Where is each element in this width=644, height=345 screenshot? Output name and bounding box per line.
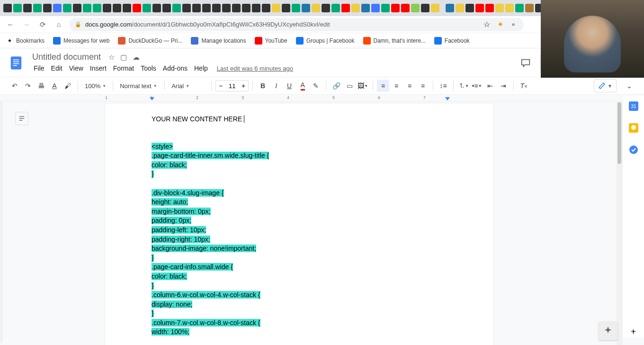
browser-tab[interactable] [505,2,514,14]
extension-icon[interactable]: ✦ [495,20,505,29]
decrease-indent-button[interactable]: ⇤ [484,80,496,92]
bookmark-item[interactable]: Groups | Facebook [296,37,355,45]
spellcheck-button[interactable]: A [48,80,61,92]
browser-tab[interactable] [391,2,400,14]
browser-tab[interactable] [381,2,390,14]
document-text[interactable]: .page-card-title-inner.sm.wide.slug-titl… [152,151,447,161]
bold-button[interactable]: B [257,80,269,92]
document-text[interactable]: YOUR NEW CONTENT HERE [152,115,447,124]
calendar-addon-icon[interactable]: 31 [628,100,639,112]
document-text[interactable]: color: black; [152,272,447,281]
browser-tab[interactable] [351,2,360,14]
comments-button[interactable] [518,55,533,70]
browser-tab[interactable] [122,2,131,14]
menu-edit[interactable]: Edit [48,64,66,73]
undo-button[interactable]: ↶ [9,80,21,92]
insert-comment-button[interactable]: ▭ [343,80,356,92]
browser-tab[interactable] [82,2,91,14]
decrease-font-button[interactable]: − [216,82,225,90]
menu-file[interactable]: File [30,64,48,73]
document-text[interactable]: .column-7.w-col.w-col-8.w-col-stack { [152,318,447,328]
browser-tab[interactable] [525,2,534,14]
browser-tab[interactable] [13,2,22,14]
align-justify-button[interactable]: ≡ [417,80,429,92]
document-text[interactable]: } [152,281,447,291]
browser-tab[interactable] [251,2,260,14]
redo-button[interactable]: ↷ [22,80,34,92]
document-text[interactable]: width: 100%; [152,327,447,337]
browser-tab[interactable] [321,2,330,14]
reload-button[interactable]: ⟳ [37,19,48,30]
home-button[interactable]: ⌂ [53,19,64,30]
italic-button[interactable]: I [270,80,282,92]
align-right-button[interactable]: ≡ [403,80,416,92]
menu-format[interactable]: Format [110,64,137,73]
browser-tab[interactable] [212,2,221,14]
browser-tab[interactable] [172,2,181,14]
explore-button[interactable] [599,321,617,340]
document-text[interactable]: } [152,309,447,318]
browser-tab[interactable] [341,2,350,14]
document-title[interactable]: Untitled document [30,51,103,63]
document-text[interactable]: display: none; [152,300,447,309]
browser-tab[interactable] [495,2,504,14]
bookmark-item[interactable]: Manage locations [191,37,246,45]
insert-image-button[interactable]: 🖼▼ [357,80,369,92]
browser-tab[interactable] [162,2,171,14]
star-doc-icon[interactable]: ☆ [108,53,115,62]
browser-tab[interactable] [92,2,101,14]
font-dropdown[interactable]: Arial▼ [169,82,207,90]
browser-tab[interactable] [3,2,12,14]
document-text[interactable]: <style> [152,142,447,152]
vertical-scrollbar[interactable] [617,101,622,345]
underline-button[interactable]: U [283,80,295,92]
bookmark-item[interactable]: Facebook [434,37,470,45]
star-icon[interactable]: ☆ [482,20,492,29]
browser-tab[interactable] [63,2,72,14]
browser-tab[interactable] [182,2,191,14]
back-button[interactable]: ← [5,19,16,30]
horizontal-ruler[interactable]: 11234567 [0,95,644,101]
send-to-device-icon[interactable]: ▫ [509,20,518,29]
browser-tab[interactable] [281,2,290,14]
collapse-toolbar-button[interactable]: ⌃ [623,80,635,92]
document-text[interactable]: margin-bottom: 0px; [152,207,447,217]
align-left-button[interactable]: ≡ [377,80,389,92]
clear-formatting-button[interactable]: T× [518,80,530,92]
browser-tab[interactable] [192,2,201,14]
document-text[interactable]: .div-block-4.slug-image { [152,189,447,198]
paint-format-button[interactable]: 🖌 [62,80,74,92]
browser-tab[interactable] [202,2,211,14]
keep-addon-icon[interactable] [628,122,639,134]
side-panel-collapse-button[interactable]: › [632,327,635,335]
menu-tools[interactable]: Tools [137,64,160,73]
line-spacing-button[interactable]: ↕≡ [437,80,449,92]
document-text[interactable]: padding: 0px; [152,216,447,226]
cloud-status-icon[interactable]: ☁ [133,53,140,62]
browser-tab[interactable] [411,2,420,14]
browser-tab[interactable] [515,2,524,14]
bookmark-item[interactable]: ★Bookmarks [6,37,45,45]
text-color-button[interactable]: A [296,80,309,92]
docs-logo[interactable] [7,53,26,72]
outline-toggle-button[interactable] [15,112,28,125]
browser-tab[interactable] [53,2,62,14]
browser-tab[interactable] [152,2,161,14]
paragraph-style-dropdown[interactable]: Normal text▼ [117,82,161,90]
browser-tab[interactable] [43,2,52,14]
align-center-button[interactable]: ≡ [390,80,402,92]
highlight-button[interactable]: ✎ [310,80,322,92]
menu-view[interactable]: View [66,64,87,73]
document-page[interactable]: YOUR NEW CONTENT HERE <style>.page-card-… [105,103,493,345]
browser-tab[interactable] [311,2,320,14]
menu-add-ons[interactable]: Add-ons [160,64,191,73]
left-indent-marker[interactable] [150,97,154,100]
bulleted-list-button[interactable]: •≡▼ [471,80,483,92]
browser-tab[interactable] [445,2,454,14]
browser-tab[interactable] [401,2,410,14]
font-size-control[interactable]: − 11 + [215,80,249,91]
bookmark-item[interactable]: DuckDuckGo — Pri... [118,37,182,45]
last-edit-link[interactable]: Last edit was 6 minutes ago [217,65,293,72]
browser-tab[interactable] [142,2,151,14]
browser-tab[interactable] [361,2,370,14]
